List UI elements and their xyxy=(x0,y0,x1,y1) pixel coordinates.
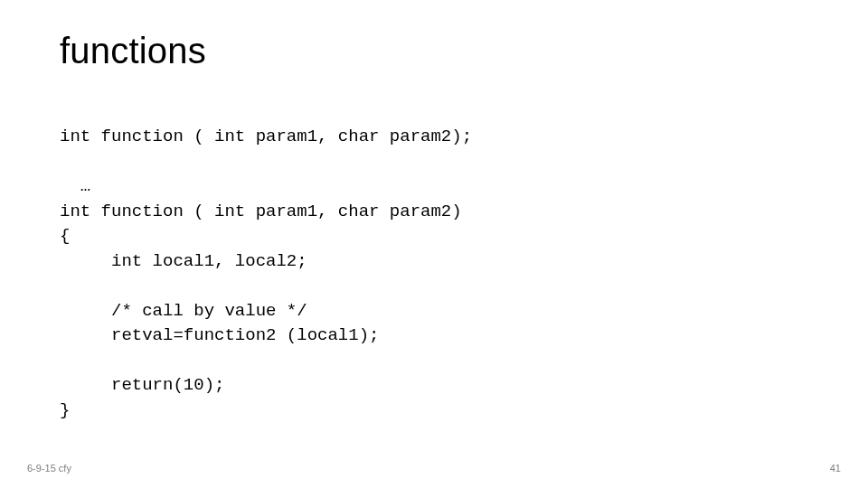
code-block: int function ( int param1, char param2);… xyxy=(60,125,808,424)
slide: functions int function ( int param1, cha… xyxy=(0,0,868,488)
slide-title: functions xyxy=(60,31,206,71)
footer-date-author: 6-9-15 cfy xyxy=(27,463,71,474)
slide-body: int function ( int param1, char param2);… xyxy=(60,125,808,424)
slide-number: 41 xyxy=(830,463,841,474)
